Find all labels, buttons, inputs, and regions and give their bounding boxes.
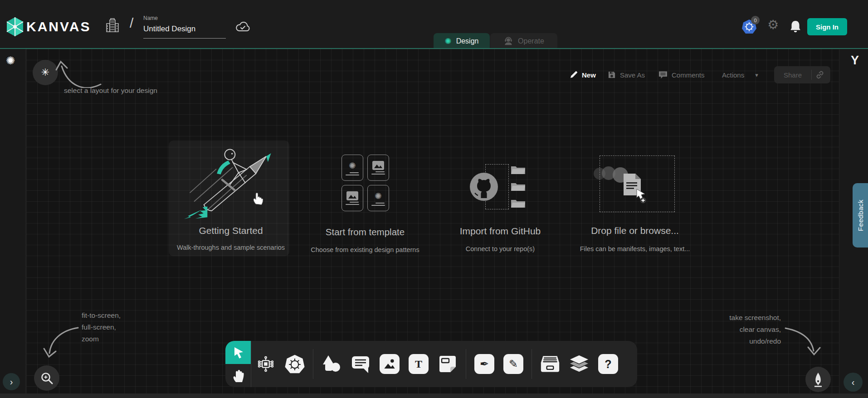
bottom-right-hints: take screenshot, clear canvas, undo/redo (653, 312, 781, 347)
repo-folders-icon (511, 164, 526, 210)
template-tile (367, 155, 389, 181)
text-tool[interactable]: T (409, 354, 429, 374)
spiral-pattern-icon: ✺ (349, 160, 356, 171)
design-name-label: Name (143, 15, 158, 21)
select-tool[interactable] (225, 341, 251, 364)
help-question-icon: ? (598, 354, 618, 374)
tile-line (375, 203, 385, 204)
magnifier-plus-icon (40, 371, 54, 385)
mesh-components-tool[interactable] (256, 354, 276, 374)
zoom-controls-button[interactable] (34, 365, 59, 391)
tile-line (350, 202, 359, 203)
expand-left-panel-button[interactable]: › (3, 373, 20, 390)
card-subtitle: Files can be manifests, images, text... (562, 245, 707, 252)
card-title: Start from template (297, 227, 433, 238)
pointer-hand-cursor-icon (252, 190, 264, 205)
kanvas-logo-icon (5, 16, 24, 37)
dock-divider (251, 341, 251, 387)
breadcrumb-separator: / (130, 15, 133, 31)
share-divider (811, 70, 812, 80)
tile-line (371, 205, 385, 206)
design-drawer[interactable] (540, 354, 560, 374)
file-drop-icon (623, 173, 648, 204)
image-thumb-icon (346, 191, 358, 200)
collapse-right-panel-button[interactable]: ‹ (844, 373, 863, 392)
layers-panel-toggle[interactable] (569, 354, 589, 374)
canvas-actions-button[interactable] (805, 367, 831, 392)
hint-line: zoom (82, 333, 121, 345)
comments-label: Comments (672, 71, 705, 79)
hand-pan-icon (231, 369, 245, 383)
card-title: Drop file or browse... (567, 225, 703, 236)
brand-wordmark: KANVAS (26, 19, 91, 34)
start-from-template-card[interactable]: ✺ ✺ (341, 155, 389, 211)
tab-design-label: Design (456, 37, 479, 45)
image-tool[interactable] (380, 354, 400, 374)
drop-file-card[interactable] (592, 154, 680, 215)
share-button[interactable]: Share (774, 66, 830, 83)
new-label: New (582, 71, 596, 79)
kubernetes-components-tool[interactable] (285, 354, 305, 374)
actions-dropdown[interactable]: Actions ▾ (722, 69, 758, 81)
feedback-tab[interactable]: Feedback (853, 183, 868, 248)
pointer-tools (225, 341, 251, 387)
bottom-left-hints: fit-to-screen, full-screen, zoom (82, 310, 121, 345)
comments-button[interactable]: Comments (658, 69, 705, 81)
operate-headset-icon (503, 36, 513, 46)
card-subtitle: Connect to your repo(s) (428, 245, 573, 252)
layout-hint-text: select a layout for your design (64, 85, 157, 97)
meshery-spiral-icon[interactable]: ✺ (6, 54, 15, 67)
pan-tool[interactable] (225, 364, 251, 387)
save-as-label: Save As (620, 71, 645, 79)
import-from-github-card[interactable] (467, 161, 531, 213)
feedback-label: Feedback (857, 199, 864, 231)
note-tool[interactable] (438, 354, 458, 374)
help-button[interactable]: ? (598, 354, 618, 374)
share-label: Share (784, 71, 802, 79)
kanvas-app: KANVAS / Name ✺ Design O (0, 0, 868, 398)
new-button[interactable]: New (570, 69, 596, 81)
pencil-edit-icon (570, 71, 578, 79)
layers-icon (569, 355, 589, 373)
design-name-input[interactable] (143, 23, 226, 39)
sign-in-button[interactable]: Sign In (807, 18, 847, 35)
text-tool-icon: T (409, 354, 429, 374)
pen-tool[interactable]: ✒ (474, 354, 494, 374)
note-icon (438, 354, 458, 374)
cloud-sync-icon (234, 21, 251, 33)
organization-building-icon[interactable] (105, 17, 120, 34)
save-as-button[interactable]: Save As (608, 69, 645, 81)
shapes-tool[interactable] (322, 354, 341, 374)
dock-divider (466, 349, 466, 379)
dock-divider (313, 349, 313, 379)
layout-hint-arrow (53, 48, 106, 88)
settings-gear-icon[interactable]: ⚙ (767, 17, 779, 32)
shapes-icon (322, 355, 341, 373)
actions-label: Actions (722, 71, 744, 79)
card-subtitle: Walk-throughs and sample scenarios (158, 244, 303, 251)
comment-tool[interactable] (351, 354, 371, 374)
image-thumb-icon (372, 161, 384, 170)
comment-bubble-icon (658, 71, 668, 79)
bottom-edge-bar (0, 393, 868, 398)
template-tile: ✺ (367, 185, 389, 211)
pen-nib-icon (812, 372, 824, 387)
spiral-pattern-icon: ✺ (375, 191, 382, 201)
getting-started-card[interactable] (169, 141, 289, 256)
hint-line: full-screen, (82, 321, 121, 333)
notifications-bell-icon[interactable] (790, 20, 801, 33)
hint-line: take screenshot, (653, 312, 781, 324)
card-subtitle: Choose from existing design patterns (293, 246, 438, 253)
rocket-rider-illustration (181, 144, 277, 220)
tab-operate[interactable]: Operate (490, 33, 557, 49)
zoom-hint-arrow (37, 323, 83, 363)
tab-design[interactable]: ✺ Design (434, 33, 490, 49)
hint-line: undo/redo (653, 335, 781, 347)
pen-tool-icon: ✒ (474, 354, 494, 374)
image-icon (383, 357, 396, 371)
save-floppy-icon (608, 71, 616, 79)
share-link-icon (816, 71, 824, 79)
freehand-draw-tool[interactable]: ✎ (503, 354, 523, 374)
shapes-dock-toggle[interactable]: Y (851, 53, 859, 68)
kubernetes-context-switcher[interactable]: 0 (742, 19, 766, 35)
